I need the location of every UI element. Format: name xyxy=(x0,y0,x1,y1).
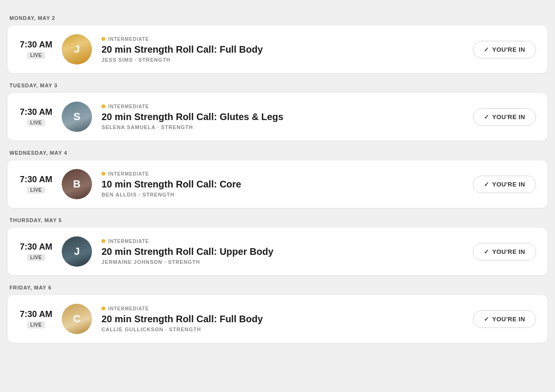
instructor-avatar: J xyxy=(62,34,92,65)
live-badge: LIVE xyxy=(27,321,46,328)
live-badge: LIVE xyxy=(27,254,46,261)
class-time: 7:30 AM xyxy=(20,242,52,252)
day-label-tuesday: TUESDAY, MAY 3 xyxy=(8,77,547,93)
live-badge: LIVE xyxy=(27,119,46,126)
check-icon: ✓ xyxy=(484,46,489,53)
difficulty-dot xyxy=(102,307,105,310)
youre-in-button[interactable]: ✓YOU'RE IN xyxy=(473,310,536,328)
time-block: 7:30 AMLIVE xyxy=(19,107,53,126)
class-info: INTERMEDIATE20 min Strength Roll Call: F… xyxy=(102,306,473,332)
instructor-row: JERMAINE JOHNSON · STRENGTH xyxy=(102,259,473,265)
avatar-placeholder: J xyxy=(62,34,92,65)
youre-in-button[interactable]: ✓YOU'RE IN xyxy=(473,108,536,126)
instructor-row: CALLIE GULLICKSON · STRENGTH xyxy=(102,327,473,332)
difficulty-row: INTERMEDIATE xyxy=(102,239,473,244)
class-card-tuesday-0: 7:30 AMLIVESINTERMEDIATE20 min Strength … xyxy=(8,93,547,140)
difficulty-dot xyxy=(102,239,105,243)
class-title: 20 min Strength Roll Call: Upper Body xyxy=(102,246,473,257)
difficulty-dot xyxy=(102,104,105,108)
class-card-friday-0: 7:30 AMLIVECINTERMEDIATE20 min Strength … xyxy=(8,295,547,343)
youre-in-button[interactable]: ✓YOU'RE IN xyxy=(473,176,536,193)
check-icon: ✓ xyxy=(484,113,489,121)
avatar-placeholder: S xyxy=(62,102,92,132)
class-time: 7:30 AM xyxy=(20,107,52,117)
youre-in-label: YOU'RE IN xyxy=(492,113,525,121)
day-section-tuesday: TUESDAY, MAY 37:30 AMLIVESINTERMEDIATE20… xyxy=(8,77,547,140)
youre-in-button[interactable]: ✓YOU'RE IN xyxy=(473,243,536,261)
difficulty-row: INTERMEDIATE xyxy=(102,104,473,109)
time-block: 7:30 AMLIVE xyxy=(19,242,53,261)
instructor-avatar: S xyxy=(62,102,92,132)
class-info: INTERMEDIATE20 min Strength Roll Call: U… xyxy=(102,239,473,265)
day-label-wednesday: WEDNESDAY, MAY 4 xyxy=(8,144,547,160)
class-title: 20 min Strength Roll Call: Glutes & Legs xyxy=(102,111,473,122)
difficulty-label: INTERMEDIATE xyxy=(108,306,149,311)
time-block: 7:30 AMLIVE xyxy=(19,40,53,59)
avatar-placeholder: B xyxy=(62,169,92,199)
day-section-thursday: THURSDAY, MAY 57:30 AMLIVEJINTERMEDIATE2… xyxy=(8,212,547,275)
instructor-avatar: C xyxy=(62,304,92,334)
class-card-monday-0: 7:30 AMLIVEJINTERMEDIATE20 min Strength … xyxy=(8,26,547,73)
youre-in-button[interactable]: ✓YOU'RE IN xyxy=(473,41,536,58)
class-info: INTERMEDIATE20 min Strength Roll Call: G… xyxy=(102,104,473,130)
check-icon: ✓ xyxy=(484,181,489,188)
difficulty-dot xyxy=(102,172,105,176)
class-time: 7:30 AM xyxy=(20,40,52,50)
live-badge: LIVE xyxy=(27,52,46,59)
class-title: 20 min Strength Roll Call: Full Body xyxy=(102,44,473,55)
day-section-friday: FRIDAY, MAY 67:30 AMLIVECINTERMEDIATE20 … xyxy=(8,279,547,343)
youre-in-label: YOU'RE IN xyxy=(492,248,525,255)
class-info: INTERMEDIATE10 min Strength Roll Call: C… xyxy=(102,171,473,197)
instructor-row: SELENA SAMUELA · STRENGTH xyxy=(102,124,473,130)
instructor-avatar: J xyxy=(62,236,92,267)
day-label-monday: MONDAY, MAY 2 xyxy=(8,9,547,26)
time-block: 7:30 AMLIVE xyxy=(19,175,53,194)
instructor-avatar: B xyxy=(62,169,92,199)
difficulty-label: INTERMEDIATE xyxy=(108,239,149,244)
difficulty-label: INTERMEDIATE xyxy=(108,171,149,177)
difficulty-row: INTERMEDIATE xyxy=(102,171,473,177)
difficulty-label: INTERMEDIATE xyxy=(108,37,149,42)
youre-in-label: YOU'RE IN xyxy=(492,46,525,53)
day-label-friday: FRIDAY, MAY 6 xyxy=(8,279,547,295)
class-time: 7:30 AM xyxy=(20,175,52,185)
class-info: INTERMEDIATE20 min Strength Roll Call: F… xyxy=(102,37,473,63)
class-card-wednesday-0: 7:30 AMLIVEBINTERMEDIATE10 min Strength … xyxy=(8,160,547,208)
check-icon: ✓ xyxy=(484,316,489,323)
difficulty-dot xyxy=(102,37,105,41)
difficulty-row: INTERMEDIATE xyxy=(102,37,473,42)
difficulty-row: INTERMEDIATE xyxy=(102,306,473,311)
avatar-placeholder: J xyxy=(62,236,92,267)
day-label-thursday: THURSDAY, MAY 5 xyxy=(8,212,547,228)
instructor-row: BEN ALLDIS · STRENGTH xyxy=(102,192,473,197)
check-icon: ✓ xyxy=(484,248,489,255)
time-block: 7:30 AMLIVE xyxy=(19,309,53,328)
live-badge: LIVE xyxy=(27,187,46,194)
day-section-wednesday: WEDNESDAY, MAY 47:30 AMLIVEBINTERMEDIATE… xyxy=(8,144,547,208)
youre-in-label: YOU'RE IN xyxy=(492,181,525,188)
schedule-container: MONDAY, MAY 27:30 AMLIVEJINTERMEDIATE20 … xyxy=(0,0,555,356)
class-title: 20 min Strength Roll Call: Full Body xyxy=(102,313,473,325)
day-section-monday: MONDAY, MAY 27:30 AMLIVEJINTERMEDIATE20 … xyxy=(8,9,547,73)
difficulty-label: INTERMEDIATE xyxy=(108,104,149,109)
youre-in-label: YOU'RE IN xyxy=(492,316,525,323)
instructor-row: JESS SIMS · STRENGTH xyxy=(102,57,473,63)
avatar-placeholder: C xyxy=(62,304,92,334)
class-time: 7:30 AM xyxy=(20,309,52,319)
class-card-thursday-0: 7:30 AMLIVEJINTERMEDIATE20 min Strength … xyxy=(8,228,547,275)
class-title: 10 min Strength Roll Call: Core xyxy=(102,178,473,190)
